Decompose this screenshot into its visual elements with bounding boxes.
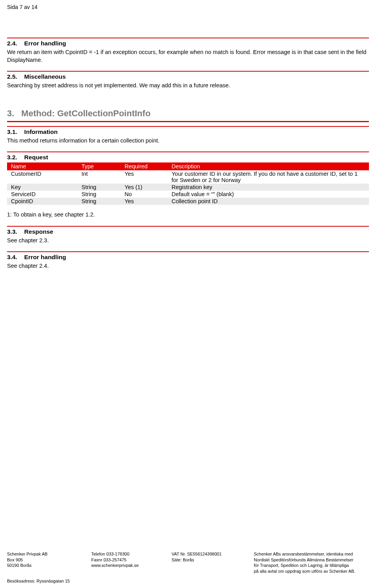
table-row: ServiceID String No Default value = “” (… [7,191,369,198]
section-3-3-heading: 3.3.Response [7,227,369,236]
cell-desc: Default value = “” (blank) [168,191,369,198]
footer-legal-4: på alla avtal om uppdrag som utförs av S… [254,568,369,574]
chapter-number: 3. [7,108,14,119]
section-3-1-text: This method returns information for a ce… [7,136,369,146]
table-header-row: Name Type Required Description [7,162,369,170]
section-3-2-heading: 3.2.Request [7,152,369,162]
section-3-4-heading: 3.4.Error handling [7,252,369,262]
section-number: 3.3. [7,228,17,235]
table-row: Key String Yes (1) Registration key [7,184,369,191]
chapter-rule [7,121,369,122]
table-footnote: 1: To obtain a key, see chapter 1.2. [7,210,369,220]
footer-legal-3: för Transport, Spedition och Lagring, är… [254,563,369,568]
section-3-4-text: See chapter 2.4. [7,262,369,272]
section-2-5-text: Searching by street address is not yet i… [7,81,369,91]
section-number: 3.2. [7,154,17,161]
th-name: Name [7,162,78,170]
footer-vat: VAT Nr. SE556124398001 [172,551,250,557]
cell-type: Int [78,170,121,184]
footer-company: Schenker Privpak AB [7,551,87,557]
section-title: Response [24,228,53,235]
footer-box: Box 905 [7,557,87,563]
footer-legal-1: Schenker ABs ansvarsbestämmelser, identi… [254,551,369,557]
page-footer: Schenker Privpak AB Box 905 50190 Borås … [7,551,369,584]
section-number: 2.4. [7,40,17,47]
cell-required: Yes [121,170,168,184]
th-type: Type [78,162,121,170]
section-3-3-text: See chapter 2.3. [7,236,369,246]
footer-phone: Telefon 033-178300 [91,551,168,557]
th-description: Description [168,162,369,170]
cell-required: Yes [121,198,168,205]
cell-desc: Your customer ID in our system. If you d… [168,170,369,184]
section-title: Error handling [24,40,66,47]
page-header: Sida 7 av 14 [7,4,369,10]
section-number: 3.1. [7,128,17,135]
table-row: CustomerID Int Yes Your customer ID in o… [7,170,369,184]
chapter-3-heading: 3.Method: GetCollectionPointInfo [7,97,369,121]
cell-type: String [78,184,121,191]
cell-name: CpointID [7,198,78,205]
section-2-5-heading: 2.5.Miscellaneous [7,72,369,81]
th-required: Required [121,162,168,170]
section-number: 3.4. [7,254,17,261]
cell-type: String [78,198,121,205]
footer-seat: Säte: Borås [172,557,250,563]
section-title: Request [24,154,48,161]
footer-web: www.schenkerprivpak.se [91,563,168,568]
cell-required: No [121,191,168,198]
cell-required: Yes (1) [121,184,168,191]
cell-desc: Collection point ID [168,198,369,205]
footer-fax: Faxnr 033-257475 [91,557,168,563]
section-title: Information [24,128,58,135]
section-2-4-heading: 2.4.Error handling [7,38,369,48]
footer-visit-address: Besöksadress: Ryssnäsgatan 15 [7,578,369,584]
section-number: 2.5. [7,73,17,80]
cell-name: Key [7,184,78,191]
cell-type: String [78,191,121,198]
footer-legal-2: Nordiskt Speditörsförbunds Allmänna Best… [254,557,369,563]
table-row: CpointID String Yes Collection point ID [7,198,369,205]
footer-city: 50190 Borås [7,563,87,568]
cell-desc: Registration key [168,184,369,191]
section-title: Miscellaneous [24,73,66,80]
chapter-title: Method: GetCollectionPointInfo [21,108,150,118]
request-table: Name Type Required Description CustomerI… [7,162,369,205]
section-2-4-text: We return an item with CpointID = -1 if … [7,48,369,65]
cell-name: ServiceID [7,191,78,198]
cell-name: CustomerID [7,170,78,184]
section-3-1-heading: 3.1.Information [7,127,369,136]
section-title: Error handling [24,254,66,260]
